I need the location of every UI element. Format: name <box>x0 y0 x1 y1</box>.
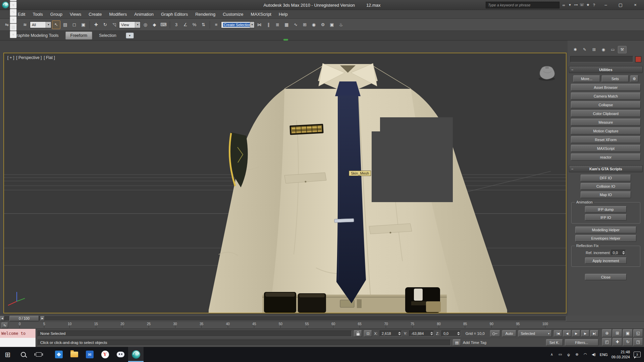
play-animation-button[interactable]: ▶ <box>572 330 580 337</box>
key-filters-button[interactable]: Filters... <box>565 339 598 346</box>
tab-utilities[interactable]: ⚒ <box>618 46 627 53</box>
z-coordinate-field[interactable]: 0,0 <box>441 330 461 337</box>
set-key-button[interactable]: Set K. <box>546 339 563 346</box>
menu-tools[interactable]: Tools <box>29 10 46 18</box>
taskbar-file-explorer[interactable] <box>66 347 82 362</box>
select-and-rotate-icon[interactable]: ↻ <box>101 20 109 29</box>
project-folder-icon[interactable]: ▥ <box>10 23 17 31</box>
previous-frame-arrow[interactable]: ◀ <box>0 316 4 321</box>
reactor-button[interactable]: reactor <box>571 154 641 161</box>
render-production-icon[interactable]: ♨ <box>337 20 345 29</box>
select-and-manipulate-icon[interactable]: ◆ <box>150 20 159 29</box>
camera-match-button[interactable]: Camera Match <box>571 93 641 100</box>
ifp-io-button[interactable]: IFP IO <box>585 214 627 221</box>
select-object-icon[interactable]: ↖ <box>52 20 60 29</box>
undo-dropdown-icon[interactable]: ▾ <box>10 1 17 9</box>
curve-editor-icon[interactable]: ∿ <box>291 20 300 29</box>
volume-icon[interactable]: ◀) <box>591 352 596 357</box>
viewport-pov-menu[interactable]: [ Perspective ] <box>16 55 42 60</box>
menu-group[interactable]: Group <box>47 10 66 18</box>
object-color-swatch[interactable] <box>635 56 641 62</box>
menu-animation[interactable]: Animation <box>130 10 157 18</box>
color-clipboard-button[interactable]: Color Clipboard <box>571 110 641 117</box>
asset-browser-button[interactable]: Asset Browser <box>571 84 641 91</box>
minimize-button[interactable]: – <box>598 0 613 10</box>
redo-dropdown-icon[interactable]: ▾ <box>10 16 17 23</box>
tab-motion[interactable]: ◉ <box>599 46 608 53</box>
tab-selection[interactable]: Selection <box>94 32 121 39</box>
viewport-perspective[interactable]: [ + ] [ Perspective ] [ Flat ] Skin_Mesh <box>3 53 567 313</box>
pan-view-icon[interactable]: ✚ <box>612 338 622 346</box>
modelling-helper-button[interactable]: Modelling Helper <box>575 227 636 233</box>
select-and-move-icon[interactable]: ✚ <box>92 20 100 29</box>
more-utilities-button[interactable]: More... <box>573 75 600 82</box>
rendered-frame-window-icon[interactable]: ▣ <box>328 20 336 29</box>
track-bar[interactable]: ∿ 05101520253035404550556065707580859095… <box>0 321 644 329</box>
menu-graph-editors[interactable]: Graph Editors <box>157 10 192 18</box>
window-crossing-icon[interactable]: ▣ <box>79 20 88 29</box>
zoom-icon[interactable]: ⊕ <box>602 329 612 337</box>
absolute-offset-mode-toggle[interactable]: ⊡ <box>364 330 372 337</box>
time-slider-track[interactable] <box>5 316 566 321</box>
taskbar-3dsmax-app[interactable] <box>128 347 144 362</box>
menu-create[interactable]: Create <box>85 10 105 18</box>
add-time-tag-button[interactable]: Add Time Tag <box>463 341 486 345</box>
help-icon[interactable]: ? <box>591 2 597 8</box>
selection-filter-dropdown[interactable]: All ▾ <box>30 21 51 28</box>
infocenter-search-input[interactable] <box>486 2 559 8</box>
motion-capture-button[interactable]: Motion Capture <box>571 127 641 134</box>
tab-display[interactable]: ▭ <box>608 46 617 53</box>
utilities-rollout-header[interactable]: − Utilities <box>569 66 643 73</box>
task-view-button[interactable] <box>31 347 46 362</box>
viewport-general-menu[interactable]: [ + ] <box>7 55 14 60</box>
auto-key-button[interactable]: Auto <box>502 330 517 337</box>
envelopes-helper-button[interactable]: Envelopes Helper <box>575 235 636 242</box>
object-name-field[interactable] <box>570 56 633 62</box>
edit-named-selection-sets-icon[interactable]: ≡ <box>212 20 220 29</box>
action-center-button[interactable]: 3 <box>634 352 641 357</box>
previous-frame-button[interactable]: ◀ <box>563 330 571 337</box>
select-and-scale-icon[interactable]: ◹ <box>110 20 118 29</box>
kams-rollout-header[interactable]: − Kam's GTA Scripts <box>569 165 643 172</box>
collapse-button[interactable]: Collapse <box>571 101 641 108</box>
mirror-icon[interactable]: ⋈ <box>255 20 264 29</box>
spinner-arrows[interactable] <box>622 251 626 254</box>
next-frame-button[interactable]: ▶ <box>581 330 589 337</box>
viewport-shading-menu[interactable]: [ Flat ] <box>44 55 55 60</box>
start-button[interactable]: ⊞ <box>0 347 15 362</box>
mini-listener-input[interactable] <box>0 338 36 347</box>
material-editor-icon[interactable]: ◉ <box>310 20 318 29</box>
maxscript-button[interactable]: MAXScript <box>571 145 641 152</box>
schematic-view-icon[interactable]: ⊞ <box>301 20 309 29</box>
application-menu-logo[interactable] <box>2 2 9 8</box>
mini-curve-editor-button[interactable]: ∿ <box>1 322 8 328</box>
cast-display-icon[interactable]: ▭ <box>558 352 562 357</box>
taskbar-photos-app[interactable] <box>51 347 66 362</box>
taskbar-clock[interactable]: 21:48 09.03.2024 <box>611 350 630 359</box>
graphite-ribbon-toggle-icon[interactable]: ▦ <box>282 20 291 29</box>
zoom-extents-icon[interactable]: ▣ <box>623 329 633 337</box>
microphone-icon[interactable]: ψ <box>566 353 571 357</box>
percent-snap-icon[interactable]: % <box>190 20 199 29</box>
menu-rendering[interactable]: Rendering <box>192 10 219 18</box>
tab-create[interactable]: ✱ <box>571 46 580 53</box>
orbit-icon[interactable]: ↻ <box>623 338 633 346</box>
reset-xform-button[interactable]: Reset XForm <box>571 136 641 143</box>
menu-customize[interactable]: Customize <box>219 10 247 18</box>
measure-button[interactable]: Measure <box>571 119 641 126</box>
go-to-end-button[interactable]: ▶| <box>590 330 598 337</box>
spinner-snap-icon[interactable]: ⇅ <box>199 20 208 29</box>
keyboard-shortcut-override-icon[interactable]: ⌨ <box>159 20 168 29</box>
collision-io-button[interactable]: Collision IO <box>581 183 631 190</box>
layer-manager-icon[interactable]: ≣ <box>273 20 282 29</box>
wifi-icon[interactable]: ◠ <box>583 352 588 357</box>
x-coordinate-field[interactable]: 2,618 <box>380 330 402 337</box>
maxscript-mini-listener[interactable]: Welcome to <box>0 329 36 347</box>
network-icon[interactable]: ⊕ <box>575 352 579 357</box>
map-io-button[interactable]: Map IO <box>581 191 631 198</box>
go-to-start-button[interactable]: |◀ <box>554 330 562 337</box>
ifp-dump-button[interactable]: IFP dump <box>585 206 627 213</box>
render-setup-icon[interactable]: ⚙ <box>319 20 327 29</box>
maximize-viewport-toggle-icon[interactable]: ◳ <box>633 338 643 346</box>
close-button[interactable]: × <box>628 0 643 10</box>
